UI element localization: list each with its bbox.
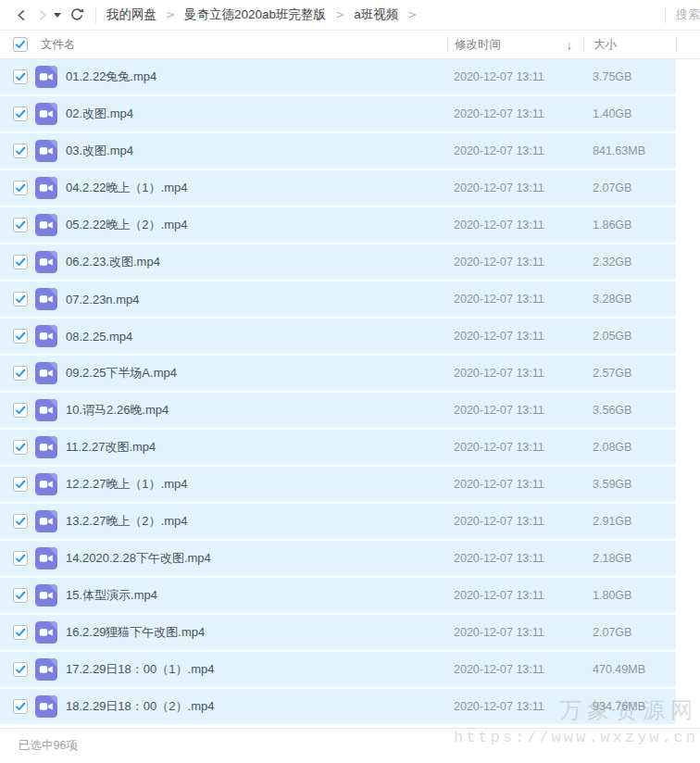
row-checkbox[interactable]	[13, 588, 28, 603]
file-name[interactable]: 10.谓马2.26晚.mp4	[66, 402, 447, 419]
file-name[interactable]: 05.2.22晚上（2）.mp4	[66, 217, 447, 233]
table-row[interactable]: 10.谓马2.26晚.mp4 2020-12-07 13:11 3.56GB	[0, 393, 676, 428]
file-name[interactable]: 03.改图.mp4	[66, 143, 447, 159]
row-checkbox[interactable]	[13, 292, 28, 306]
history-dropdown-caret-icon[interactable]	[54, 13, 61, 18]
row-checkbox[interactable]	[13, 662, 28, 677]
video-file-icon	[35, 251, 57, 273]
table-row[interactable]: 11.2.27改图.mp4 2020-12-07 13:11 2.08GB	[0, 430, 676, 465]
row-checkbox[interactable]	[13, 440, 28, 455]
table-row[interactable]: 05.2.22晚上（2）.mp4 2020-12-07 13:11 1.86GB	[0, 207, 676, 243]
check-icon	[14, 515, 27, 528]
row-checkbox[interactable]	[13, 69, 28, 84]
video-file-icon	[35, 399, 57, 421]
breadcrumb-item[interactable]: 曼奇立德2020ab班完整版	[184, 6, 326, 23]
table-row[interactable]: 15.体型演示.mp4 2020-12-07 13:11 1.80GB	[0, 578, 676, 613]
row-checkbox[interactable]	[13, 329, 28, 344]
breadcrumb-item[interactable]: a班视频	[354, 6, 398, 23]
file-modified-time: 2020-12-07 13:11	[447, 219, 583, 231]
table-row[interactable]: 04.2.22晚上（1）.mp4 2020-12-07 13:11 2.07GB	[0, 170, 676, 206]
table-row[interactable]: 03.改图.mp4 2020-12-07 13:11 841.63MB	[0, 133, 676, 169]
chevron-left-icon	[15, 8, 29, 22]
table-row[interactable]: 09.2.25下半场A.mp4 2020-12-07 13:11 2.57GB	[0, 356, 676, 391]
file-name[interactable]: 16.2.29狸猫下午改图.mp4	[66, 624, 447, 641]
table-row[interactable]: 16.2.29狸猫下午改图.mp4 2020-12-07 13:11 2.07G…	[0, 615, 676, 650]
row-checkbox[interactable]	[13, 255, 28, 269]
check-icon	[14, 107, 27, 120]
file-name[interactable]: 09.2.25下半场A.mp4	[66, 365, 447, 382]
check-icon	[14, 70, 27, 83]
select-all-checkbox[interactable]	[13, 37, 28, 52]
file-name[interactable]: 01.2.22兔兔.mp4	[66, 69, 447, 85]
file-modified-time: 2020-12-07 13:11	[447, 441, 583, 454]
file-name[interactable]: 07.2.23n.mp4	[66, 293, 447, 306]
file-name[interactable]: 14.2020.2.28下午改图.mp4	[66, 550, 447, 567]
file-size: 1.80GB	[583, 589, 676, 602]
file-size: 3.75GB	[583, 70, 676, 83]
table-row[interactable]: 17.2.29日18：00（1）.mp4 2020-12-07 13:11 47…	[0, 652, 676, 687]
file-name[interactable]: 18.2.29日18：00（2）.mp4	[66, 698, 447, 715]
file-modified-time: 2020-12-07 13:11	[447, 515, 583, 528]
forward-button[interactable]	[31, 5, 52, 25]
row-checkbox[interactable]	[13, 477, 28, 492]
row-checkbox[interactable]	[13, 144, 28, 158]
toolbar-divider	[95, 7, 96, 23]
file-name[interactable]: 11.2.27改图.mp4	[66, 439, 447, 456]
file-size: 2.32GB	[583, 256, 676, 269]
row-checkbox[interactable]	[13, 106, 28, 121]
column-header-size[interactable]: 大小	[583, 36, 676, 53]
sort-descending-icon[interactable]: ↓	[567, 39, 573, 51]
table-row[interactable]: 08.2.25.mp4 2020-12-07 13:11 2.05GB	[0, 319, 676, 354]
check-icon	[14, 219, 27, 231]
table-row[interactable]: 14.2020.2.28下午改图.mp4 2020-12-07 13:11 2.…	[0, 541, 676, 576]
table-row[interactable]: 06.2.23.改图.mp4 2020-12-07 13:11 2.32GB	[0, 244, 676, 280]
check-icon	[14, 144, 27, 157]
row-checkbox[interactable]	[13, 551, 28, 566]
file-modified-time: 2020-12-07 13:11	[447, 404, 583, 417]
file-name[interactable]: 13.2.27晚上（2）.mp4	[66, 513, 447, 530]
file-size: 2.08GB	[583, 441, 676, 454]
table-row[interactable]: 01.2.22兔兔.mp4 2020-12-07 13:11 3.75GB	[0, 59, 676, 94]
refresh-button[interactable]	[67, 5, 87, 25]
video-file-icon	[35, 621, 57, 644]
file-name[interactable]: 15.体型演示.mp4	[66, 587, 447, 604]
row-checkbox[interactable]	[13, 514, 28, 529]
file-name[interactable]: 17.2.29日18：00（1）.mp4	[66, 661, 447, 678]
row-checkbox[interactable]	[13, 403, 28, 418]
search-input[interactable]: 搜索	[676, 6, 700, 23]
chevron-right-icon	[35, 8, 49, 22]
file-name[interactable]: 06.2.23.改图.mp4	[66, 254, 447, 270]
file-name[interactable]: 04.2.22晚上（1）.mp4	[66, 180, 447, 196]
back-button[interactable]	[11, 5, 31, 25]
breadcrumb-separator-icon: >	[166, 8, 175, 21]
breadcrumb-item[interactable]: 我的网盘	[106, 6, 156, 23]
table-row[interactable]: 12.2.27晚上（1）.mp4 2020-12-07 13:11 3.59GB	[0, 467, 676, 502]
column-header-filename[interactable]: 文件名	[41, 37, 76, 53]
table-row[interactable]: 18.2.29日18：00（2）.mp4 2020-12-07 13:11 93…	[0, 689, 676, 724]
row-checkbox[interactable]	[13, 699, 28, 714]
table-row[interactable]: 13.2.27晚上（2）.mp4 2020-12-07 13:11 2.91GB	[0, 504, 676, 539]
file-modified-time: 2020-12-07 13:11	[447, 626, 583, 639]
video-file-icon	[35, 177, 57, 199]
row-checkbox[interactable]	[13, 181, 28, 195]
video-file-icon	[35, 362, 57, 384]
file-list: 01.2.22兔兔.mp4 2020-12-07 13:11 3.75GB 02…	[0, 59, 700, 724]
row-checkbox[interactable]	[13, 366, 28, 381]
file-modified-time: 2020-12-07 13:11	[447, 70, 583, 83]
row-checkbox[interactable]	[13, 218, 28, 232]
file-name[interactable]: 12.2.27晚上（1）.mp4	[66, 476, 447, 493]
check-icon	[14, 256, 27, 269]
file-size: 2.07GB	[583, 181, 676, 194]
file-size: 1.40GB	[583, 107, 676, 120]
table-row[interactable]: 02.改图.mp4 2020-12-07 13:11 1.40GB	[0, 96, 676, 131]
file-modified-time: 2020-12-07 13:11	[447, 663, 583, 676]
row-checkbox[interactable]	[13, 625, 28, 640]
table-row[interactable]: 07.2.23n.mp4 2020-12-07 13:11 3.28GB	[0, 281, 676, 317]
file-size: 2.57GB	[583, 367, 676, 380]
file-name[interactable]: 02.改图.mp4	[66, 106, 447, 122]
file-size: 2.07GB	[583, 626, 676, 639]
toolbar: 我的网盘>曼奇立德2020ab班完整版>a班视频> 搜索	[0, 0, 700, 31]
file-modified-time: 2020-12-07 13:11	[447, 589, 583, 602]
column-header-modified[interactable]: 修改时间 ↓	[447, 36, 583, 53]
file-name[interactable]: 08.2.25.mp4	[66, 330, 447, 344]
